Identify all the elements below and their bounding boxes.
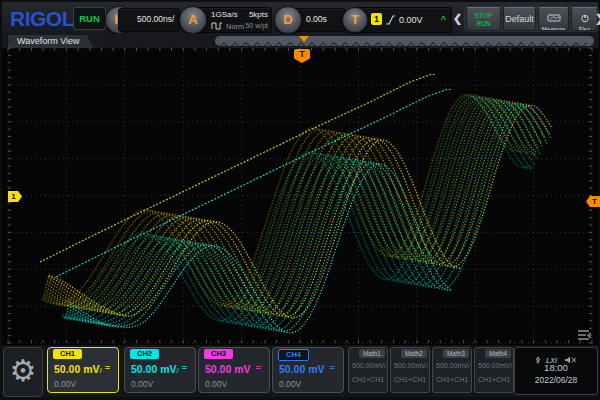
channel3-coupling-icon: = xyxy=(256,363,261,373)
channel4-coupling-icon: = xyxy=(330,363,335,373)
math4-tab: Math4 xyxy=(485,349,511,358)
math4-expr: CH1+CH1 xyxy=(478,376,510,383)
math3-scale: 500.00mV/ xyxy=(436,362,470,369)
system-gear-button[interactable]: ⚙ xyxy=(3,347,43,397)
clock-time: 18:00 xyxy=(515,361,597,374)
oscilloscope-screen: RIGOL RUN H 500.00ns/ 1GSa/s Norm 5kpts … xyxy=(0,0,600,400)
channel1-coupling-icon: = xyxy=(105,363,110,373)
math1-scale: 500.00mV/ xyxy=(352,362,386,369)
menu-collapse-icon[interactable] xyxy=(577,329,593,342)
channel4-offset: 0.00V xyxy=(279,379,301,389)
clock-box: LXI 18:00 2022/06/28 xyxy=(514,347,598,395)
channel1-box[interactable]: CH1 50.00 mV/ = 0.00V xyxy=(47,347,119,393)
math3-tab: Math3 xyxy=(443,349,469,358)
channel2-box[interactable]: CH2 50.00 mV/ = 0.00V xyxy=(124,347,196,393)
math4-box[interactable]: Math4 500.00mV/ CH1+CH1 xyxy=(474,347,514,393)
math3-box[interactable]: Math3 500.00mV/ CH1+CH1 xyxy=(432,347,472,393)
math2-scale: 500.00mV/ xyxy=(394,362,428,369)
math2-box[interactable]: Math2 500.00mV/ CH1+CH1 xyxy=(390,347,430,393)
channel3-box[interactable]: CH3 50.00 mV = 0.00V xyxy=(198,347,270,393)
channel3-scale: 50.00 mV xyxy=(205,363,251,375)
channel4-box[interactable]: CH4 50.00 mV = 0.00V xyxy=(272,347,344,393)
channel3-tab: CH3 xyxy=(204,349,233,359)
math1-tab: Math1 xyxy=(359,349,385,358)
math3-expr: CH1+CH1 xyxy=(436,376,468,383)
math2-expr: CH1+CH1 xyxy=(394,376,426,383)
channel2-tab: CH2 xyxy=(130,349,159,359)
channel1-tab: CH1 xyxy=(53,349,82,359)
channel1-offset: 0.00V xyxy=(54,379,76,389)
math4-scale: 500.00mV/ xyxy=(478,362,512,369)
channel1-scale: 50.00 mV xyxy=(54,363,100,375)
channel2-scale: 50.00 mV xyxy=(131,363,177,375)
channel2-offset: 0.00V xyxy=(131,379,153,389)
bottom-status-bar: ⚙ CH1 50.00 mV/ = 0.00V CH2 50.00 mV/ = … xyxy=(2,344,598,397)
math1-expr: CH1+CH1 xyxy=(352,376,384,383)
clock-date: 2022/06/28 xyxy=(515,374,597,386)
gear-icon: ⚙ xyxy=(10,354,37,387)
usb-icon xyxy=(536,357,540,364)
math1-box[interactable]: Math1 500.00mV/ CH1+CH1 xyxy=(348,347,388,393)
channel4-tab: CH4 xyxy=(278,349,309,361)
channel4-scale: 50.00 mV xyxy=(279,363,325,375)
channel3-offset: 0.00V xyxy=(205,379,227,389)
channel2-coupling-icon: = xyxy=(182,363,187,373)
math2-tab: Math2 xyxy=(401,349,427,358)
